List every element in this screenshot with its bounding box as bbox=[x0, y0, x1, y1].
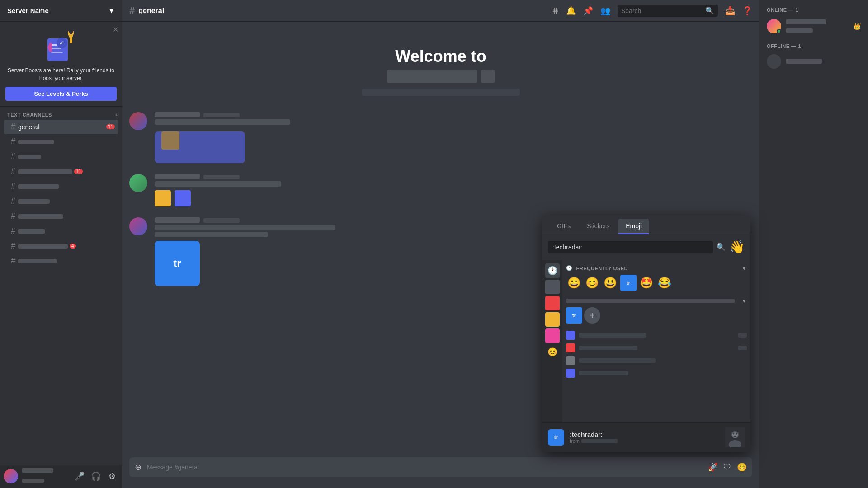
hash-icon: # bbox=[11, 152, 15, 161]
channel-item-6[interactable]: # bbox=[4, 194, 118, 209]
custom-server-header[interactable]: ▼ bbox=[566, 296, 747, 307]
source-server-blurred bbox=[581, 439, 618, 443]
emoji-info-row bbox=[566, 342, 747, 354]
member-item-online[interactable]: 👑 bbox=[763, 16, 864, 36]
tab-stickers[interactable]: Stickers bbox=[580, 219, 617, 234]
shield-icon[interactable]: 🛡 bbox=[723, 463, 731, 472]
emoji-tr-custom[interactable]: tr bbox=[620, 275, 637, 291]
inbox-icon[interactable]: 📥 bbox=[725, 6, 735, 16]
emoji-category-color-3[interactable] bbox=[545, 312, 560, 327]
see-levels-perks-button[interactable]: See Levels & Perks bbox=[5, 87, 117, 101]
emoji-grinning[interactable]: 😀 bbox=[566, 275, 582, 291]
svg-rect-2 bbox=[51, 48, 61, 49]
server-header[interactable]: Server Name ▼ bbox=[0, 0, 122, 22]
threads-icon[interactable]: ⋕ bbox=[552, 6, 559, 16]
svg-point-14 bbox=[736, 433, 737, 435]
emoji-smile-icon[interactable]: 😊 bbox=[737, 462, 747, 472]
emoji-smiling-hug[interactable]: 🤩 bbox=[638, 275, 655, 291]
avatar bbox=[4, 469, 18, 483]
channel-title: general bbox=[138, 7, 164, 15]
channel-item-general[interactable]: # general 11 bbox=[4, 120, 118, 134]
avatar bbox=[129, 174, 147, 192]
avatar bbox=[767, 54, 781, 69]
help-icon[interactable]: ❓ bbox=[742, 6, 752, 16]
add-icon[interactable]: ⊕ bbox=[135, 462, 142, 472]
message-input-box: ⊕ 🚀 🛡 😊 bbox=[129, 457, 752, 477]
server-name-blurred bbox=[387, 70, 477, 83]
channel-item-9[interactable]: # 4 bbox=[4, 239, 118, 253]
members-icon[interactable]: 👥 bbox=[600, 6, 610, 16]
svg-rect-7 bbox=[70, 35, 72, 43]
text-channels-header[interactable]: TEXT CHANNELS + bbox=[0, 110, 122, 119]
add-emoji-button[interactable]: + bbox=[584, 307, 600, 324]
settings-icon[interactable]: ⚙ bbox=[106, 470, 118, 483]
search-input[interactable] bbox=[621, 7, 702, 14]
tab-emoji[interactable]: Emoji bbox=[618, 219, 649, 234]
welcome-section: Welcome to bbox=[122, 29, 760, 110]
emoji-search-input[interactable] bbox=[548, 241, 713, 253]
search-icon: 🔍 bbox=[705, 6, 714, 15]
channel-topbar: # general ⋕ 🔔 📌 👥 🔍 📥 ❓ bbox=[122, 0, 760, 22]
tab-gifs[interactable]: GIFs bbox=[550, 219, 578, 234]
emoji-tr-custom-2[interactable]: tr bbox=[566, 307, 582, 324]
wave-emoji[interactable]: 👋 bbox=[729, 239, 745, 254]
channel-item-10[interactable]: # bbox=[4, 254, 118, 268]
emoji-category-color-1[interactable] bbox=[545, 280, 560, 294]
boost-text: Server Boosts are here! Rally your frien… bbox=[5, 67, 117, 82]
message-username bbox=[155, 217, 200, 223]
channel-item-7[interactable]: # bbox=[4, 209, 118, 224]
channel-item-8[interactable]: # bbox=[4, 224, 118, 239]
notification-bell-icon[interactable]: 🔔 bbox=[566, 6, 576, 16]
emoji-category-color-4[interactable] bbox=[545, 328, 560, 343]
channel-item-5[interactable]: # bbox=[4, 179, 118, 194]
emoji-footer-icon: tr bbox=[548, 429, 564, 446]
welcome-title: Welcome to bbox=[122, 47, 760, 66]
channel-item-4[interactable]: # 11 bbox=[4, 164, 118, 179]
member-item-offline[interactable] bbox=[763, 52, 864, 70]
hash-icon: # bbox=[11, 197, 15, 206]
avatar bbox=[129, 217, 147, 235]
emoji-info-row bbox=[566, 354, 747, 367]
emoji-search-row: 🔍 👋 bbox=[542, 234, 750, 260]
emoji-smiling-hearts[interactable]: 😊 bbox=[584, 275, 600, 291]
chevron-down-icon: ▼ bbox=[108, 7, 115, 14]
pin-icon[interactable]: 📌 bbox=[583, 6, 593, 16]
boost-banner: ✕ ✓ bbox=[0, 22, 122, 107]
user-bar: 🎤 🎧 ⚙ bbox=[0, 465, 122, 488]
channel-badge: 11 bbox=[74, 169, 83, 174]
message-image bbox=[155, 131, 245, 163]
emoji-content: 🕐 FREQUENTLY USED ▼ 😀 😊 😃 tr 🤩 😂 ▼ tr + bbox=[562, 260, 750, 422]
emoji-footer-source: from bbox=[570, 438, 720, 444]
message-input[interactable] bbox=[147, 464, 703, 471]
tr-sticker: tr bbox=[155, 241, 200, 286]
emoji-info-row bbox=[566, 329, 747, 342]
close-icon[interactable]: ✕ bbox=[113, 25, 118, 34]
hash-icon: # bbox=[11, 226, 15, 236]
microphone-icon[interactable]: 🎤 bbox=[73, 470, 86, 483]
channel-item-2[interactable]: # bbox=[4, 135, 118, 149]
message-timestamp bbox=[203, 113, 240, 117]
search-box[interactable]: 🔍 bbox=[618, 5, 718, 17]
headphones-icon[interactable]: 🎧 bbox=[90, 470, 102, 483]
emoji-grinning-big[interactable]: 😃 bbox=[602, 275, 618, 291]
channel-item-3[interactable]: # bbox=[4, 150, 118, 164]
add-channel-icon[interactable]: + bbox=[115, 112, 118, 117]
message-text bbox=[155, 181, 281, 187]
welcome-subtitle bbox=[122, 70, 760, 83]
right-sidebar: ONLINE — 1 👑 OFFLINE — 1 bbox=[760, 0, 868, 488]
emoji-category-smile[interactable]: 😊 bbox=[545, 345, 560, 359]
recent-icon[interactable]: 🕐 bbox=[545, 263, 560, 278]
member-status bbox=[786, 28, 813, 33]
offline-section-header: OFFLINE — 1 bbox=[763, 43, 864, 49]
channel-list: TEXT CHANNELS + # general 11 # # # 11 bbox=[0, 107, 122, 465]
avatar bbox=[767, 19, 781, 33]
hash-icon: # bbox=[11, 182, 15, 191]
frequently-used-header[interactable]: 🕐 FREQUENTLY USED ▼ bbox=[566, 263, 747, 275]
boost-send-icon[interactable]: 🚀 bbox=[708, 462, 718, 472]
online-section-header: ONLINE — 1 bbox=[763, 7, 864, 13]
member-name bbox=[786, 59, 822, 64]
message-username bbox=[155, 112, 200, 117]
emoji-category-color-2[interactable] bbox=[545, 296, 560, 310]
emoji-laughing[interactable]: 😂 bbox=[656, 275, 673, 291]
custom-emoji-grid: tr + bbox=[566, 307, 747, 324]
